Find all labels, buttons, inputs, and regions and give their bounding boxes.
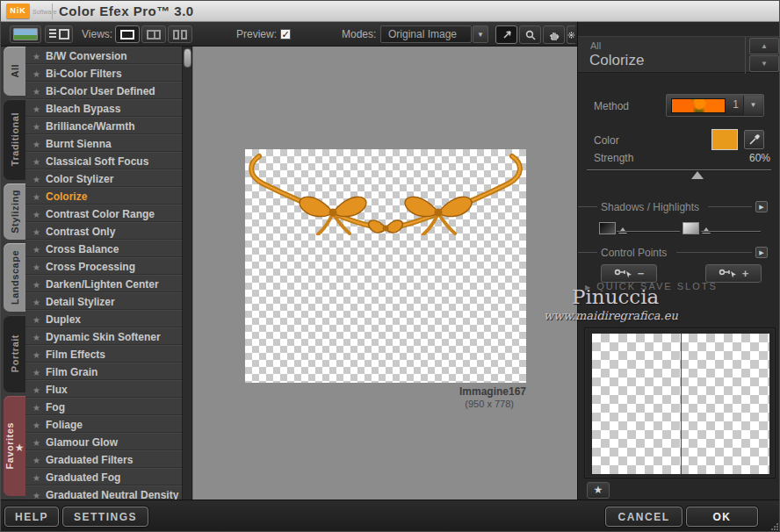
tab-portrait[interactable]: Portrait — [4, 315, 25, 392]
filter-item[interactable]: ★Contrast Only — [25, 222, 182, 240]
method-dropdown[interactable]: 1 ▼ — [666, 94, 764, 117]
filter-item[interactable]: ★Fog — [25, 398, 182, 415]
favorite-star-icon[interactable]: ★ — [32, 385, 40, 395]
filter-item[interactable]: ★Classical Soft Focus — [25, 152, 182, 169]
highlights-swatch[interactable] — [682, 222, 699, 234]
select-tool-button[interactable] — [495, 25, 517, 44]
highlights-slider-track[interactable] — [701, 231, 761, 233]
modes-dropdown[interactable]: Original Image — [380, 25, 472, 43]
filter-item[interactable]: ★Graduated Neutral Density — [25, 485, 182, 500]
filter-item[interactable]: ★Foliage — [25, 415, 182, 433]
favorite-star-icon[interactable]: ★ — [32, 122, 40, 132]
filter-item[interactable]: ★Film Effects — [25, 345, 182, 363]
filter-item[interactable]: ★Glamour Glow — [25, 433, 182, 450]
eyedropper-button[interactable] — [744, 130, 764, 149]
filter-item[interactable]: ★Contrast Color Range — [25, 205, 182, 222]
ok-button[interactable]: OK — [686, 507, 758, 527]
filter-item[interactable]: ★B/W Conversion — [25, 47, 182, 64]
shadows-highlights-expand-button[interactable]: ▶ — [755, 201, 768, 212]
favorite-star-icon[interactable]: ★ — [32, 280, 40, 290]
filter-item[interactable]: ★Cross Balance — [25, 240, 182, 257]
quick-save-slot-frame[interactable] — [584, 327, 776, 478]
favorite-star-icon[interactable]: ★ — [32, 403, 40, 413]
favorite-star-icon[interactable]: ★ — [32, 210, 40, 219]
filter-item[interactable]: ★Color Stylizer — [25, 169, 182, 187]
tab-stylizing[interactable]: Stylizing — [4, 183, 25, 240]
filter-item[interactable]: ★Bleach Bypass — [25, 99, 182, 117]
save-slot-star-button[interactable]: ★ — [587, 482, 610, 499]
filter-item[interactable]: ★Cross Processing — [25, 257, 182, 275]
filter-item[interactable]: ★Film Grain — [25, 363, 182, 380]
help-button[interactable]: HELP — [4, 507, 59, 527]
view-split-button[interactable] — [141, 25, 166, 43]
filter-item[interactable]: ★Flux — [25, 380, 182, 398]
previous-filter-button[interactable]: ▲ — [749, 38, 779, 54]
favorite-star-icon[interactable]: ★ — [32, 262, 40, 272]
filter-item[interactable]: ★Colorize — [25, 187, 182, 205]
method-dropdown-arrow[interactable]: ▼ — [743, 96, 762, 115]
favorite-star-icon[interactable]: ★ — [32, 298, 40, 307]
favorite-star-icon[interactable]: ★ — [32, 456, 40, 465]
filter-item[interactable]: ★Bi-Color Filters — [25, 64, 182, 82]
filter-item[interactable]: ★Bi-Color User Defined — [25, 82, 182, 99]
filter-item[interactable]: ★Darken/Lighten Center — [25, 275, 182, 292]
modes-dropdown-arrow[interactable]: ▼ — [473, 25, 488, 43]
favorite-star-icon[interactable]: ★ — [32, 175, 40, 184]
hand-icon — [548, 29, 560, 41]
favorite-star-icon[interactable]: ★ — [32, 368, 40, 377]
filter-item[interactable]: ★Detail Stylizer — [25, 292, 182, 310]
strength-slider-thumb[interactable] — [691, 171, 704, 179]
favorite-star-icon[interactable]: ★ — [32, 157, 40, 167]
settings-button[interactable]: SETTINGS — [62, 507, 148, 527]
spot-tool-button[interactable] — [567, 25, 575, 44]
tab-favorites[interactable]: Favorites ★ — [4, 396, 25, 496]
control-points-expand-button[interactable]: ▶ — [755, 247, 768, 258]
strength-slider-track[interactable] — [587, 169, 771, 171]
nik-logo: NiK — [6, 4, 30, 18]
tab-landscape[interactable]: Landscape — [4, 243, 25, 312]
favorite-star-icon[interactable]: ★ — [32, 438, 40, 448]
color-swatch[interactable] — [711, 129, 738, 150]
favorite-star-icon[interactable]: ★ — [32, 87, 40, 97]
filter-panel-toggle-button[interactable] — [45, 25, 73, 43]
view-sidebyside-button[interactable] — [168, 25, 192, 43]
quick-save-slots-header[interactable]: ▶ QUICK SAVE SLOTS — [585, 281, 718, 291]
image-browser-button[interactable] — [10, 25, 41, 43]
view-single-button[interactable] — [115, 25, 140, 43]
filter-item[interactable]: ★Graduated Filters — [25, 450, 182, 468]
favorite-star-icon[interactable]: ★ — [32, 52, 40, 61]
filter-item[interactable]: ★Graduated Fog — [25, 468, 182, 485]
filter-item[interactable]: ★Brilliance/Warmth — [25, 117, 182, 134]
favorite-star-icon[interactable]: ★ — [32, 227, 40, 237]
favorite-star-icon[interactable]: ★ — [32, 421, 40, 430]
filter-item[interactable]: ★Burnt Sienna — [25, 134, 182, 152]
favorite-star-icon[interactable]: ★ — [32, 350, 40, 360]
shadows-swatch[interactable] — [599, 222, 616, 234]
shadows-slider-track[interactable] — [617, 231, 680, 233]
favorite-star-icon[interactable]: ★ — [32, 473, 40, 483]
pan-tool-button[interactable] — [543, 25, 565, 44]
cancel-button[interactable]: CANCEL — [605, 507, 682, 527]
favorite-star-icon[interactable]: ★ — [32, 333, 40, 342]
filter-item[interactable]: ★Dynamic Skin Softener — [25, 327, 182, 345]
remove-control-point-button[interactable]: − — [601, 264, 657, 283]
zoom-tool-button[interactable] — [519, 25, 541, 44]
preview-image — [245, 149, 526, 383]
favorite-star-icon[interactable]: ★ — [32, 245, 40, 255]
next-filter-button[interactable]: ▼ — [749, 55, 779, 72]
tab-traditional[interactable]: Traditional — [4, 99, 25, 180]
favorite-star-icon[interactable]: ★ — [32, 192, 40, 202]
favorite-star-icon[interactable]: ★ — [32, 491, 40, 500]
resize-grip[interactable] — [770, 522, 779, 531]
filter-item[interactable]: ★Duplex — [25, 310, 182, 327]
favorite-star-icon[interactable]: ★ — [32, 315, 40, 325]
tab-all[interactable]: All — [4, 47, 25, 96]
filter-list-scrollbar[interactable] — [182, 47, 192, 500]
scrollbar-thumb[interactable] — [184, 48, 191, 68]
preview-checkbox[interactable]: ✓ — [280, 29, 291, 40]
favorite-star-icon[interactable]: ★ — [32, 140, 40, 149]
favorite-star-icon[interactable]: ★ — [32, 104, 40, 114]
preview-label: Preview: — [236, 28, 277, 40]
add-control-point-button[interactable]: + — [705, 264, 762, 283]
favorite-star-icon[interactable]: ★ — [32, 69, 40, 79]
